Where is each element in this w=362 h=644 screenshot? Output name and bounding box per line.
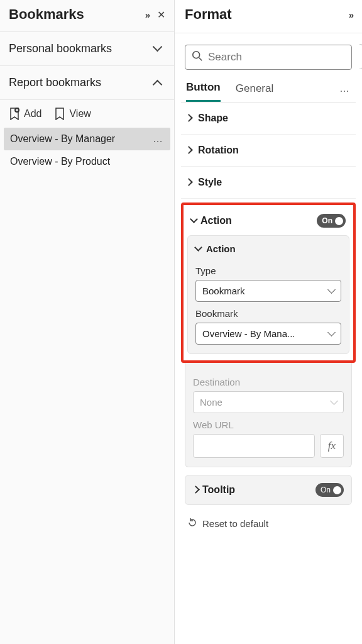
search-icon [192, 50, 203, 64]
group-rotation-header[interactable]: Rotation [181, 135, 356, 166]
chevron-down-icon [191, 215, 200, 226]
bookmark-view-icon [54, 108, 65, 120]
action-card: Action Type Bookmark Bookmark Overview -… [187, 235, 349, 354]
bookmark-label: Bookmark [195, 302, 341, 323]
view-bookmark-label: View [69, 108, 90, 119]
add-bookmark-label: Add [24, 108, 41, 119]
destination-select: None [193, 391, 344, 413]
group-shape: Shape [181, 103, 356, 135]
group-action-highlight: Action On Action Type Bookmark Bookmark [181, 203, 356, 363]
format-title: Format [185, 6, 232, 23]
search-input[interactable] [208, 51, 345, 64]
svg-line-2 [199, 58, 202, 61]
chevron-up-icon [154, 79, 163, 87]
bookmarks-pane: Bookmarks » ✕ Personal bookmarks Report … [0, 0, 175, 644]
group-shape-header[interactable]: Shape [181, 103, 356, 134]
format-header: Format » [175, 0, 362, 33]
toggle-label: On [322, 216, 332, 225]
group-style-header[interactable]: Style [181, 167, 356, 198]
chevron-down-icon [154, 45, 163, 53]
bookmark-select[interactable]: Overview - By Mana... [195, 323, 341, 345]
view-bookmark-button[interactable]: View [54, 108, 90, 120]
bookmark-value: Overview - By Mana... [202, 328, 295, 339]
personal-bookmarks-section[interactable]: Personal bookmarks [0, 32, 174, 66]
destination-label: Destination [193, 370, 344, 391]
bookmark-item[interactable]: Overview - By Manager … [4, 128, 170, 150]
chevron-down-icon [329, 328, 334, 339]
chevron-right-icon [193, 484, 202, 496]
personal-bookmarks-label: Personal bookmarks [9, 42, 112, 55]
type-label: Type [195, 259, 341, 280]
format-pane: Format » Button General … Shape [175, 0, 362, 644]
fx-button[interactable]: fx [320, 434, 344, 458]
toggle-knob-icon [335, 217, 343, 225]
group-action-header[interactable]: Action On [187, 209, 349, 234]
format-tabs: Button General … [181, 70, 356, 103]
report-bookmarks-section[interactable]: Report bookmarks [0, 66, 174, 100]
reset-icon [187, 518, 197, 530]
tab-general[interactable]: General [236, 82, 273, 101]
tabs-more-icon[interactable]: … [339, 83, 351, 101]
weburl-row: fx [193, 434, 344, 458]
group-tooltip-label: Tooltip [202, 484, 235, 496]
chevron-right-icon [186, 145, 195, 156]
toggle-label: On [321, 486, 331, 494]
bookmark-item-label: Overview - By Product [10, 156, 110, 167]
search-box[interactable] [185, 45, 352, 70]
action-card-header[interactable]: Action [195, 243, 341, 259]
action-card-continued: Destination None Web URL fx [185, 363, 352, 467]
pane-edge-handle[interactable] [359, 44, 362, 69]
group-action-label: Action [200, 215, 232, 226]
group-style: Style [181, 167, 356, 199]
bookmarks-header: Bookmarks » ✕ [0, 0, 174, 32]
bookmark-item[interactable]: Overview - By Product [4, 150, 170, 173]
collapse-pane-icon[interactable]: » [145, 9, 148, 20]
chevron-down-icon [331, 397, 337, 408]
collapse-pane-icon[interactable]: » [349, 9, 352, 20]
bookmarks-header-actions: » ✕ [145, 9, 165, 21]
type-select[interactable]: Bookmark [195, 280, 341, 302]
group-tooltip[interactable]: Tooltip On [185, 475, 352, 505]
group-rotation-label: Rotation [198, 145, 239, 156]
destination-value: None [200, 397, 222, 408]
chevron-down-icon [195, 243, 205, 254]
bookmarks-toolbar: Add View [0, 100, 174, 128]
group-style-label: Style [198, 177, 222, 188]
chevron-right-icon [186, 177, 195, 188]
chevron-right-icon [186, 113, 195, 124]
toggle-knob-icon [333, 486, 341, 494]
chevron-down-icon [329, 286, 334, 296]
action-toggle[interactable]: On [317, 214, 346, 228]
add-bookmark-button[interactable]: Add [9, 108, 41, 120]
weburl-label: Web URL [193, 413, 344, 434]
bookmarks-list: Overview - By Manager … Overview - By Pr… [0, 128, 174, 173]
search-wrap [185, 45, 352, 70]
weburl-input[interactable] [193, 434, 315, 458]
report-bookmarks-label: Report bookmarks [9, 76, 101, 89]
action-card-title: Action [206, 243, 236, 254]
format-body: Button General … Shape Rotation Style [175, 33, 362, 644]
tab-button[interactable]: Button [186, 81, 221, 102]
reset-label: Reset to default [202, 518, 268, 529]
reset-to-default[interactable]: Reset to default [181, 505, 356, 542]
tooltip-toggle[interactable]: On [315, 483, 344, 497]
close-icon[interactable]: ✕ [153, 9, 165, 21]
group-shape-label: Shape [198, 113, 228, 124]
group-rotation: Rotation [181, 135, 356, 167]
bookmark-add-icon [9, 108, 20, 120]
svg-point-1 [193, 52, 200, 58]
bookmarks-title: Bookmarks [9, 6, 84, 23]
bookmark-item-label: Overview - By Manager [10, 133, 115, 145]
type-value: Bookmark [202, 286, 245, 296]
more-icon[interactable]: … [153, 133, 164, 145]
